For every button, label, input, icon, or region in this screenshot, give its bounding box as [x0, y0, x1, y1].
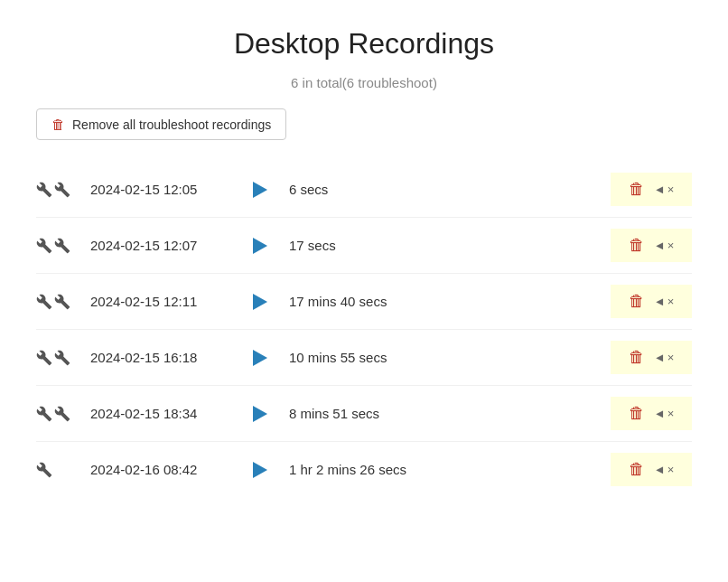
wrench-icon: [36, 182, 52, 198]
play-button[interactable]: [253, 182, 289, 198]
icons-col: [36, 406, 90, 422]
mute-button[interactable]: ◄×: [654, 463, 674, 476]
wrench-icon: [36, 406, 52, 422]
recording-row: 2024-02-15 12:0717 secs🗑◄×: [36, 218, 692, 274]
recording-row: 2024-02-15 16:1810 mins 55 secs🗑◄×: [36, 330, 692, 386]
close-icon: ×: [667, 183, 675, 196]
close-icon: ×: [667, 239, 675, 252]
trash-icon: 🗑: [51, 117, 65, 132]
wrench-icon: [36, 238, 52, 254]
play-triangle-icon: [253, 406, 267, 422]
page-title: Desktop Recordings: [36, 27, 692, 61]
actions-col: 🗑◄×: [611, 453, 692, 486]
mute-button[interactable]: ◄×: [654, 239, 674, 252]
speaker-icon: ◄: [654, 407, 666, 420]
wrench-icon: [36, 294, 52, 310]
remove-all-button[interactable]: 🗑 Remove all troubleshoot recordings: [36, 108, 286, 140]
wrench-icon-2: [54, 182, 70, 198]
actions-col: 🗑◄×: [611, 341, 692, 374]
icons-col: [36, 182, 90, 198]
mute-button[interactable]: ◄×: [654, 351, 674, 364]
play-button[interactable]: [253, 350, 289, 366]
icons-col: [36, 462, 90, 478]
datetime: 2024-02-16 08:42: [90, 462, 253, 477]
play-triangle-icon: [253, 294, 267, 310]
recordings-list: 2024-02-15 12:056 secs🗑◄×2024-02-15 12:0…: [36, 162, 692, 497]
duration: 1 hr 2 mins 26 secs: [289, 462, 611, 477]
delete-button[interactable]: 🗑: [629, 348, 645, 367]
play-button[interactable]: [253, 238, 289, 254]
subtitle: 6 in total(6 troubleshoot): [36, 75, 692, 90]
play-triangle-icon: [253, 350, 267, 366]
remove-button-label: Remove all troubleshoot recordings: [72, 117, 271, 132]
speaker-icon: ◄: [654, 183, 666, 196]
icons-col: [36, 238, 90, 254]
actions-col: 🗑◄×: [611, 397, 692, 430]
play-triangle-icon: [253, 462, 267, 478]
delete-button[interactable]: 🗑: [629, 404, 645, 423]
close-icon: ×: [667, 295, 675, 308]
duration: 10 mins 55 secs: [289, 350, 611, 365]
delete-button[interactable]: 🗑: [629, 180, 645, 199]
duration: 17 mins 40 secs: [289, 294, 611, 309]
duration: 8 mins 51 secs: [289, 406, 611, 421]
wrench-icon-2: [54, 238, 70, 254]
icons-col: [36, 294, 90, 310]
wrench-icon-2: [54, 406, 70, 422]
datetime: 2024-02-15 12:11: [90, 294, 253, 309]
delete-button[interactable]: 🗑: [629, 460, 645, 479]
close-icon: ×: [667, 463, 675, 476]
icons-col: [36, 350, 90, 366]
speaker-icon: ◄: [654, 295, 666, 308]
speaker-icon: ◄: [654, 239, 666, 252]
actions-col: 🗑◄×: [611, 229, 692, 262]
duration: 6 secs: [289, 182, 611, 197]
recording-row: 2024-02-15 12:056 secs🗑◄×: [36, 162, 692, 218]
recording-row: 2024-02-15 18:348 mins 51 secs🗑◄×: [36, 386, 692, 442]
datetime: 2024-02-15 12:07: [90, 238, 253, 253]
actions-col: 🗑◄×: [611, 285, 692, 318]
mute-button[interactable]: ◄×: [654, 407, 674, 420]
recording-row: 2024-02-16 08:421 hr 2 mins 26 secs🗑◄×: [36, 442, 692, 497]
play-triangle-icon: [253, 238, 267, 254]
wrench-icon-2: [54, 350, 70, 366]
play-triangle-icon: [253, 182, 267, 198]
play-button[interactable]: [253, 294, 289, 310]
recording-row: 2024-02-15 12:1117 mins 40 secs🗑◄×: [36, 274, 692, 330]
mute-button[interactable]: ◄×: [654, 295, 674, 308]
datetime: 2024-02-15 18:34: [90, 406, 253, 421]
mute-button[interactable]: ◄×: [654, 183, 674, 196]
speaker-icon: ◄: [654, 351, 666, 364]
delete-button[interactable]: 🗑: [629, 292, 645, 311]
close-icon: ×: [667, 351, 675, 364]
wrench-icon-2: [54, 294, 70, 310]
wrench-icon: [36, 462, 52, 478]
actions-col: 🗑◄×: [611, 173, 692, 206]
play-button[interactable]: [253, 462, 289, 478]
close-icon: ×: [667, 407, 675, 420]
duration: 17 secs: [289, 238, 611, 253]
wrench-icon: [36, 350, 52, 366]
delete-button[interactable]: 🗑: [629, 236, 645, 255]
speaker-icon: ◄: [654, 463, 666, 476]
datetime: 2024-02-15 16:18: [90, 350, 253, 365]
play-button[interactable]: [253, 406, 289, 422]
datetime: 2024-02-15 12:05: [90, 182, 253, 197]
